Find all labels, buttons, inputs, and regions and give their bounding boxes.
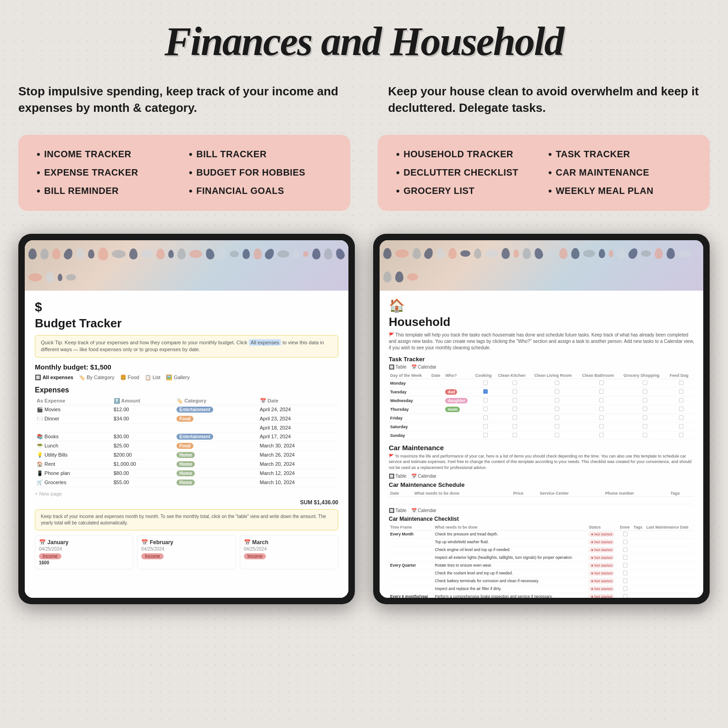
empty-row (389, 496, 694, 504)
car-tabs[interactable]: 🔲 Table 📅 Calendar (389, 474, 694, 479)
tab-food[interactable]: 🍔 Food (120, 375, 139, 381)
tab-by-category[interactable]: 🏷️ By Category (79, 375, 115, 381)
month-card-january: 📅 January 04/25/2024 Income 1600 (35, 535, 133, 569)
tab-table[interactable]: 🔲 Table (389, 364, 407, 370)
feature-weekly-meal-plan: WEEKLY MEAL PLAN (548, 185, 691, 197)
checkbox-icon (513, 398, 517, 403)
task-done (618, 546, 632, 554)
task-tags (632, 554, 645, 562)
task-tags (632, 593, 645, 598)
drop-24 (312, 248, 320, 259)
expense-category: Food (175, 441, 258, 450)
col-grocery: Grocery Shopping (622, 372, 668, 379)
checkbox-icon (643, 381, 647, 385)
month-name: 📅 February (141, 539, 232, 546)
task-last-date (645, 562, 694, 569)
expense-amount: $55.00 (112, 478, 175, 487)
household-desc: 🚩 This template will help you track the … (389, 332, 694, 351)
checklist-tab-calendar[interactable]: 📅 Calendar (411, 508, 436, 513)
check-cooking (474, 396, 496, 405)
check-bathroom (581, 387, 622, 396)
income-badge: Income (39, 553, 61, 559)
hdrop-15 (559, 248, 568, 259)
car-tab-calendar[interactable]: 📅 Calendar (411, 474, 436, 479)
checkbox-icon (679, 407, 684, 411)
checkbox-icon (623, 563, 628, 568)
task-tags (632, 538, 645, 546)
expense-name: 📱 Phone plan (35, 469, 112, 478)
checkbox-icon (679, 415, 684, 420)
hdrop-4 (423, 247, 434, 260)
task-tracker-label: Task Tracker (389, 356, 694, 363)
status-badge: ● Not started (589, 571, 614, 576)
checklist-tabs[interactable]: 🔲 Table 📅 Calendar (389, 508, 694, 513)
expense-date: March 26, 2024 (258, 450, 338, 459)
checkbox-icon (483, 381, 488, 385)
month-card-march: 📅 March 04/25/2024 Income (240, 535, 338, 569)
check-cooking (474, 379, 496, 387)
tip-highlight: All expenses (249, 339, 281, 346)
checkbox-icon (513, 381, 517, 385)
hdrop-11 (513, 249, 519, 258)
day-date (430, 405, 444, 414)
expense-amount: $80.00 (112, 469, 175, 478)
expense-name: 🏠 Rent (35, 459, 112, 469)
hdrop-18 (599, 249, 605, 258)
features-section: INCOME TRACKER BILL TRACKER EXPENSE TRAC… (18, 135, 710, 211)
table-row: Saturday (389, 422, 694, 431)
status-badge: ● Not started (589, 586, 614, 591)
expense-date: April 24, 2024 (258, 405, 338, 414)
col-done: Done (618, 524, 632, 531)
task-tabs[interactable]: 🔲 Table 📅 Calendar (389, 364, 694, 370)
view-tabs[interactable]: 🔲 All expenses 🏷️ By Category 🍔 Food 📋 L… (35, 375, 338, 381)
col-dog: Feed Dog (668, 372, 694, 379)
check-dog (668, 396, 694, 405)
check-bathroom (581, 396, 622, 405)
expense-amount: $25.00 (112, 441, 175, 450)
drop-6 (88, 249, 94, 259)
task-desc: Check battery terminals for corrosion an… (434, 577, 588, 585)
monthly-budget-label: Monthly budget: $1,500 (35, 363, 338, 371)
day-name: Monday (389, 379, 430, 387)
task-last-date (645, 554, 694, 562)
category-badge: Food (176, 443, 193, 449)
checkbox-icon (643, 424, 647, 429)
check-living (533, 379, 580, 387)
table-row: 🛒 Groceries $55.00 Home March 10, 2024 (35, 478, 338, 487)
tab-all-expenses[interactable]: 🔲 All expenses (35, 375, 73, 381)
task-done (618, 577, 632, 585)
checklist-table: Time Frame What needs to be done Status … (389, 524, 694, 598)
task-status: ● Not started (587, 530, 618, 538)
checkbox-icon (623, 571, 628, 575)
tab-list[interactable]: 📋 List (145, 375, 160, 381)
check-grocery (622, 387, 668, 396)
check-bathroom (581, 379, 622, 387)
tab-gallery[interactable]: 🖼️ Gallery (166, 375, 190, 381)
car-maintenance-title: Car Maintenance (389, 444, 694, 452)
drop-27 (28, 273, 42, 281)
check-cooking (474, 422, 496, 431)
check-grocery (622, 422, 668, 431)
checkbox-icon (599, 398, 604, 403)
task-done (618, 585, 632, 593)
category-badge: Home (176, 480, 195, 485)
table-row: Check the coolant level and top up if ne… (389, 569, 694, 577)
freq-label (389, 538, 434, 546)
month-date: 04/25/2024 (141, 546, 232, 552)
new-page-link[interactable]: + New page (35, 491, 338, 496)
checklist-tab-table[interactable]: 🔲 Table (389, 508, 407, 513)
day-who: daughter (444, 396, 474, 405)
task-status: ● Not started (587, 538, 618, 546)
tab-calendar[interactable]: 📅 Calendar (411, 364, 436, 370)
car-tab-table[interactable]: 🔲 Table (389, 474, 407, 479)
table-row: April 18, 2024 (35, 423, 338, 432)
day-date (430, 396, 444, 405)
expense-date: March 10, 2024 (258, 478, 338, 487)
left-intro: Stop impulsive spending, keep track of y… (18, 83, 360, 116)
intro-section: Stop impulsive spending, keep track of y… (18, 83, 710, 116)
col-category: 🏷️ Category (175, 397, 258, 405)
expense-date: April 17, 2024 (258, 432, 338, 441)
check-living (533, 405, 580, 414)
checkbox-icon (643, 415, 647, 420)
col-task: What needs to be done (434, 524, 588, 531)
